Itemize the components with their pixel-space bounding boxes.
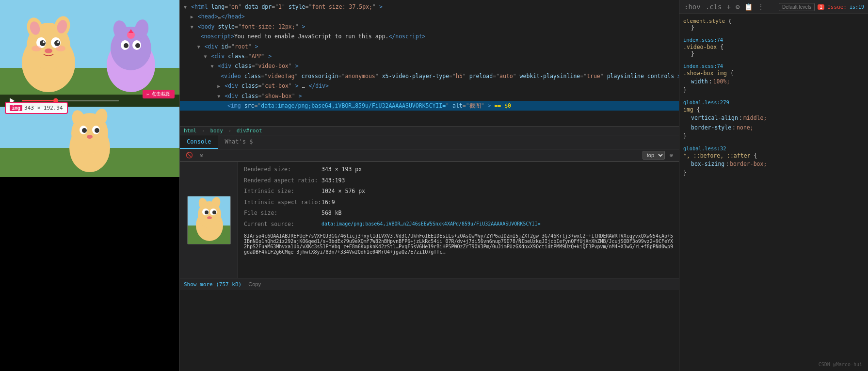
tab-console[interactable]: Console xyxy=(180,135,218,149)
camera-icon: ✂ xyxy=(146,92,149,97)
img-source-link[interactable]: global.less:279 xyxy=(683,99,729,105)
clear-console-btn[interactable]: 🚫 xyxy=(184,151,195,160)
inspect-btn[interactable]: ⊙ xyxy=(198,151,205,160)
top-select[interactable]: top xyxy=(643,151,665,160)
hov-btn[interactable]: :hov xyxy=(683,2,702,12)
star-source-link[interactable]: global.less:32 xyxy=(683,145,726,151)
svg-point-23 xyxy=(124,43,129,48)
svg-point-51 xyxy=(212,210,216,214)
file-size-label: File size: xyxy=(244,209,321,218)
rendered-size-row: Rendered size: 343 × 193 px xyxy=(244,165,673,175)
svg-point-14 xyxy=(45,48,52,53)
tree-line-app[interactable]: ▼ <div class="APP" > xyxy=(180,51,679,61)
svg-point-15 xyxy=(32,46,41,51)
star-source: global.less:32 xyxy=(683,145,864,151)
videobox-source-link[interactable]: index.scss:74 xyxy=(683,37,723,43)
breadcrumb-root[interactable]: div#root xyxy=(237,128,262,134)
tree-line-root[interactable]: ▼ <div id="root" > xyxy=(180,42,679,51)
bottom-bar: Show more (757 kB) Copy xyxy=(180,278,679,290)
screenshot-label: 点击截图 xyxy=(151,91,171,97)
tree-line-body[interactable]: ▼ <body style="font-size: 12px;" > xyxy=(180,22,679,32)
screenshot-badge[interactable]: ✂ 点击截图 xyxy=(143,90,175,98)
img-info-table: Rendered size: 343 × 193 px Rendered asp… xyxy=(238,162,679,278)
element-style-selector: element.style { xyxy=(683,18,864,24)
val-valign: middle; xyxy=(743,113,767,123)
default-levels-btn[interactable]: Default levels xyxy=(779,3,815,11)
preview-svg xyxy=(0,107,179,177)
style-rule-showimg: index.scss:74 .show-box img { width : 10… xyxy=(683,63,864,94)
rendered-size-value: 343 × 193 px xyxy=(321,165,362,175)
breadcrumb-body[interactable]: body xyxy=(210,128,223,134)
styles-toolbar: :hov .cls + ⚙ 📋 ⋮ Default levels 1 Issue… xyxy=(679,0,868,14)
html-tree: ▼ <html lang="en" data-dpr="1" style="fo… xyxy=(180,0,679,126)
show-more-link[interactable]: Show more (757 kB) xyxy=(184,281,241,288)
more-icon[interactable]: ⋮ xyxy=(756,2,765,12)
issue-text: Issue: xyxy=(827,4,847,10)
tree-line-html[interactable]: ▼ <html lang="en" data-dpr="1" style="fo… xyxy=(180,2,679,12)
tree-line-noscript[interactable]: <noscript>You need to enable JavaScript … xyxy=(180,32,679,41)
svg-point-50 xyxy=(205,210,209,214)
showimg-source: index.scss:74 xyxy=(683,63,864,69)
img-valign-prop: vertical-align : middle; xyxy=(683,113,864,123)
copy-button[interactable]: Copy xyxy=(245,280,264,288)
rendered-ratio-label: Rendered aspect ratio: xyxy=(244,176,321,186)
source-value: data:image/png;base64,iVBOR…n2J46sEEW5Sn… xyxy=(321,220,541,229)
current-source-row: Current source: data:image/png;base64,iV… xyxy=(244,220,673,229)
img-badge: img xyxy=(10,105,22,111)
showimg-close: } xyxy=(683,87,864,94)
issue-link[interactable]: is:19 xyxy=(850,4,864,10)
showimg-source-link[interactable]: index.scss:74 xyxy=(683,63,723,69)
intrinsic-ratio-value: 16:9 xyxy=(321,198,335,208)
star-boxsizing-prop: box-sizing : border-box; xyxy=(683,159,864,169)
file-size-value: 568 kB xyxy=(321,209,342,218)
base64-preview: 8IArso4c6QAAIABJREFUeF7sVXFQJ3GG/46ticj3… xyxy=(244,233,673,255)
gear-icon[interactable]: ⚙ xyxy=(735,2,740,12)
file-size-row: File size: 568 kB xyxy=(244,209,673,218)
rendered-size-label: Rendered size: xyxy=(244,165,321,175)
element-style-close: } xyxy=(683,24,864,31)
left-panel: ✂ 点击截图 img 343 × 192.94 xyxy=(0,0,179,371)
source-label: Current source: xyxy=(244,220,321,229)
breadcrumb-html[interactable]: html xyxy=(184,128,197,134)
styles-panel: :hov .cls + ⚙ 📋 ⋮ Default levels 1 Issue… xyxy=(679,0,868,371)
videobox-source: index.scss:74 xyxy=(683,37,864,43)
svg-point-10 xyxy=(40,40,46,46)
style-rule-img: global.less:279 img { vertical-align : m… xyxy=(683,99,864,140)
tree-line-videobox[interactable]: ▼ <div class="video-box" > xyxy=(180,61,679,71)
img-close: } xyxy=(683,133,864,140)
create-env-btn[interactable]: ⊕ xyxy=(668,151,675,160)
breadcrumb-bar: html › body › div#root xyxy=(180,126,679,135)
videobox-selector: .video-box { xyxy=(683,44,864,50)
svg-point-40 xyxy=(95,128,99,133)
img-info-panel: Rendered size: 343 × 193 px Rendered asp… xyxy=(180,161,679,278)
tree-line-img[interactable]: <img src="data:image/png;base64,iVBOR…85… xyxy=(180,101,679,111)
tab-whats[interactable]: What's $ xyxy=(218,135,260,149)
tree-line-showbox[interactable]: ▼ <div class="show-box" > xyxy=(180,91,679,101)
svg-point-16 xyxy=(56,46,65,51)
intrinsic-size-row: Intrinsic size: 1024 × 576 px xyxy=(244,187,673,196)
tree-line-cutbox[interactable]: ▶ <div class="cut-box" > … </div> xyxy=(180,81,679,91)
svg-point-41 xyxy=(87,135,93,139)
val-boxsizing: border-box; xyxy=(730,159,767,169)
svg-point-39 xyxy=(82,128,87,133)
img-source: global.less:279 xyxy=(683,99,864,105)
devtools-tab-bar: Console What's $ xyxy=(180,135,679,149)
video-area: ✂ 点击截图 xyxy=(0,0,179,107)
cls-btn[interactable]: .cls xyxy=(705,2,723,12)
img-preview-box xyxy=(180,162,238,278)
add-style-btn[interactable]: + xyxy=(725,2,731,12)
val-width: 100%; xyxy=(713,77,730,87)
style-rule-element: element.style { } xyxy=(683,18,864,31)
rendered-ratio-row: Rendered aspect ratio: 343:193 xyxy=(244,176,673,186)
copy-icon[interactable]: 📋 xyxy=(743,2,754,12)
tree-line-head[interactable]: ▶ <head>…</head> xyxy=(180,12,679,21)
val-borderstyle: none; xyxy=(737,123,754,133)
svg-rect-29 xyxy=(22,100,56,101)
rendered-ratio-value: 343:193 xyxy=(321,176,345,186)
prop-boxsizing: box-sizing xyxy=(683,159,724,169)
prop-width: width xyxy=(683,77,708,87)
img-selector: img { xyxy=(683,106,864,113)
tree-line-video[interactable]: <video class="videoTag" crossorigin="ano… xyxy=(180,71,679,81)
img-preview xyxy=(187,196,231,244)
style-rule-star: global.less:32 *, ::before, ::after { bo… xyxy=(683,145,864,176)
